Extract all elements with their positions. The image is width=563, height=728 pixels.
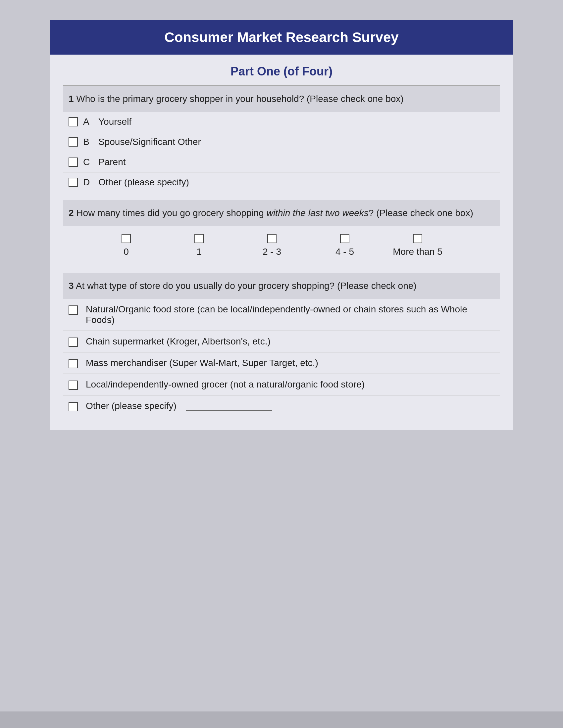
q1-option-b: B Spouse/Significant Other [63, 132, 500, 152]
q1-letter-b: B [83, 137, 93, 147]
q2-options-row: 0 1 2 - 3 4 - 5 [63, 226, 500, 265]
q3-label-local: Local/independently-owned grocer (not a … [86, 379, 365, 390]
q1-number: 1 [69, 94, 74, 104]
q3-label-chain: Chain supermarket (Kroger, Albertson's, … [86, 336, 270, 347]
q2-number: 2 [69, 208, 74, 218]
q1-letter-a: A [83, 116, 93, 127]
q3-option-chain: Chain supermarket (Kroger, Albertson's, … [63, 331, 500, 352]
q2-option-2-3: 2 - 3 [235, 234, 308, 257]
q1-label-b: Spouse/Significant Other [98, 137, 201, 147]
q1-label-d: Other (please specify) [98, 177, 189, 188]
q1-checkbox-d[interactable] [69, 178, 78, 187]
q1-option-d: D Other (please specify) [63, 172, 500, 192]
q1-option-a: A Yourself [63, 112, 500, 132]
q3-label-mass: Mass merchandiser (Super Wal-Mart, Super… [86, 358, 318, 368]
bottom-bar [0, 711, 563, 728]
q3-specify-input[interactable] [186, 401, 272, 411]
q3-checkbox-other[interactable] [69, 402, 78, 411]
q2-option-1: 1 [163, 234, 235, 257]
q1-specify-input[interactable] [196, 177, 282, 187]
question-2-block: 2 How many times did you go grocery shop… [63, 200, 500, 265]
q2-label-2-3: 2 - 3 [262, 247, 281, 257]
q3-option-mass: Mass merchandiser (Super Wal-Mart, Super… [63, 352, 500, 374]
q3-options-list: Natural/Organic food store (can be local… [63, 299, 500, 417]
q1-text-content: Who is the primary grocery shopper in yo… [76, 94, 403, 104]
q2-label-4-5: 4 - 5 [336, 247, 354, 257]
q3-checkbox-chain[interactable] [69, 338, 78, 347]
q3-label-natural: Natural/Organic food store (can be local… [86, 304, 494, 325]
q2-option-0: 0 [90, 234, 163, 257]
q2-label-0: 0 [123, 247, 129, 257]
q1-options-list: A Yourself B Spouse/Significant Other C … [63, 112, 500, 192]
q1-letter-d: D [83, 177, 93, 188]
survey-title: Consumer Market Research Survey [164, 29, 399, 45]
q2-checkbox-more-5[interactable] [413, 234, 422, 243]
q1-letter-c: C [83, 157, 93, 167]
q2-label-1: 1 [196, 247, 202, 257]
question-3-block: 3 At what type of store do you usually d… [63, 273, 500, 417]
q3-checkbox-local[interactable] [69, 381, 78, 390]
q2-text-part1: How many times did you go grocery shoppi… [76, 208, 266, 218]
page-wrapper: Consumer Market Research Survey Part One… [0, 0, 563, 728]
q2-checkbox-0[interactable] [121, 234, 131, 243]
q2-text-part2: ? (Please check one box) [369, 208, 473, 218]
q1-checkbox-b[interactable] [69, 137, 78, 147]
q2-checkbox-1[interactable] [194, 234, 204, 243]
question-2-text: 2 How many times did you go grocery shop… [63, 200, 500, 226]
q3-option-natural: Natural/Organic food store (can be local… [63, 299, 500, 331]
q1-label-c: Parent [98, 157, 126, 167]
q3-checkbox-mass[interactable] [69, 359, 78, 368]
survey-header: Consumer Market Research Survey [50, 20, 513, 55]
q1-checkbox-a[interactable] [69, 117, 78, 126]
q3-checkbox-natural[interactable] [69, 305, 78, 315]
survey-body: Part One (of Four) 1 Who is the primary … [50, 55, 513, 430]
q3-option-local: Local/independently-owned grocer (not a … [63, 374, 500, 395]
q1-label-a: Yourself [98, 116, 131, 127]
q2-checkbox-4-5[interactable] [340, 234, 350, 243]
q1-option-c: C Parent [63, 152, 500, 172]
q2-label-more-5: More than 5 [393, 247, 442, 257]
question-3-text: 3 At what type of store do you usually d… [63, 273, 500, 299]
q3-text-content: At what type of store do you usually do … [76, 281, 417, 291]
question-1-block: 1 Who is the primary grocery shopper in … [63, 86, 500, 192]
q2-checkbox-2-3[interactable] [267, 234, 276, 243]
q3-label-other: Other (please specify) [86, 401, 176, 411]
q2-text-italic: within the last two weeks [266, 208, 369, 218]
question-1-text: 1 Who is the primary grocery shopper in … [63, 86, 500, 112]
survey-container: Consumer Market Research Survey Part One… [50, 20, 513, 430]
part-title: Part One (of Four) [63, 55, 500, 85]
q2-option-more-5: More than 5 [381, 234, 454, 257]
q1-checkbox-c[interactable] [69, 158, 78, 167]
q3-option-other: Other (please specify) [63, 395, 500, 417]
q3-number: 3 [69, 281, 74, 291]
q2-option-4-5: 4 - 5 [308, 234, 381, 257]
